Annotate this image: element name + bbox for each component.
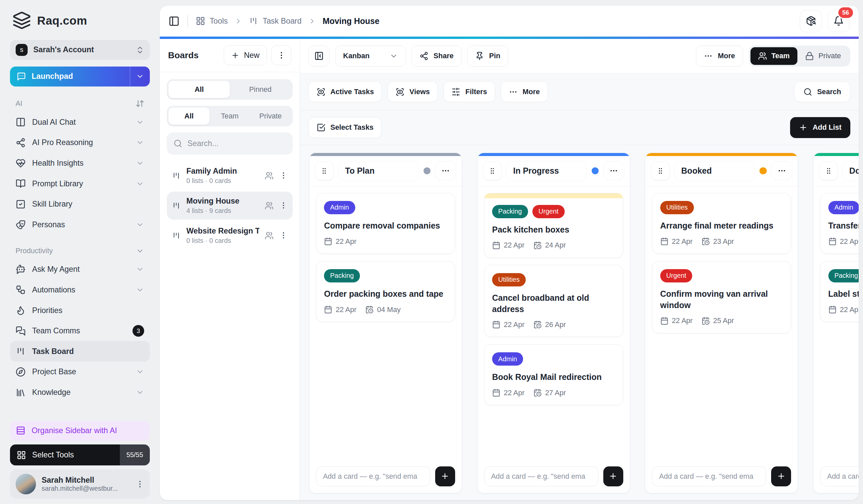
- sidebar-item-prompt-library[interactable]: Prompt Library: [10, 173, 150, 194]
- kebab-menu-icon[interactable]: [279, 231, 288, 240]
- column-accent: [645, 153, 798, 156]
- kebab-menu-icon[interactable]: [279, 171, 288, 180]
- tab-all[interactable]: All: [168, 81, 230, 98]
- filters-button[interactable]: Filters: [443, 81, 495, 102]
- column-title[interactable]: To Plan: [338, 161, 419, 181]
- column-menu-button[interactable]: [603, 161, 624, 180]
- breadcrumb-task-board[interactable]: Task Board: [249, 16, 301, 26]
- due-date: 26 Apr: [545, 320, 566, 329]
- boards-search-input[interactable]: [187, 139, 286, 148]
- more-button[interactable]: More: [696, 46, 743, 66]
- column-accent: [477, 153, 630, 156]
- sidebar-item-health-insights[interactable]: Health Insights: [10, 153, 150, 174]
- notifications-button[interactable]: 56: [828, 10, 850, 32]
- column-done: Done Admin Transfer c 22 Apr: [813, 153, 859, 493]
- board-name: Family Admin: [186, 167, 259, 176]
- grip-icon: [320, 167, 328, 175]
- add-list-button[interactable]: Add List: [790, 117, 850, 138]
- add-card-button[interactable]: [435, 466, 455, 486]
- task-card[interactable]: Admin Transfer c 22 Apr: [820, 193, 859, 254]
- segment-team[interactable]: Team: [750, 47, 798, 65]
- board-item-moving-house[interactable]: Moving House 4 lists · 9 cards: [167, 192, 292, 219]
- board-meta: 0 lists · 0 cards: [186, 177, 259, 185]
- column-title[interactable]: Done: [842, 161, 859, 181]
- add-card-button[interactable]: [603, 466, 623, 486]
- task-card[interactable]: Packing Order packing boxes and tape 22 …: [316, 261, 455, 322]
- task-card[interactable]: Packing Label stor 22 Apr: [820, 261, 859, 322]
- board-item-family-admin[interactable]: Family Admin 0 lists · 0 cards: [167, 162, 292, 189]
- share-button[interactable]: Share: [412, 46, 462, 66]
- tab-pinned[interactable]: Pinned: [230, 81, 291, 98]
- sidebar-item-skill-library[interactable]: Skill Library: [10, 194, 150, 215]
- views-button[interactable]: Views: [388, 81, 438, 102]
- tab-all[interactable]: All: [168, 107, 209, 125]
- add-card-input[interactable]: [484, 466, 598, 486]
- add-card-input[interactable]: [820, 466, 859, 486]
- productivity-section-header[interactable]: Productivity: [10, 242, 150, 259]
- sidebar-item-personas[interactable]: Personas: [10, 215, 150, 235]
- drag-handle[interactable]: [483, 161, 502, 180]
- user-profile[interactable]: Sarah Mitchell sarah.mitchell@westbur...: [10, 469, 150, 499]
- sidebar-item-knowledge[interactable]: Knowledge: [10, 382, 150, 403]
- board-item-website-redesign[interactable]: Website Redesign Ta... 0 lists · 0 cards: [167, 222, 292, 249]
- drag-handle[interactable]: [315, 161, 334, 180]
- task-card[interactable]: Urgent Confirm moving van arrival window…: [652, 261, 791, 333]
- launchpad-button[interactable]: Launchpad: [10, 66, 150, 87]
- tab-team[interactable]: Team: [210, 107, 250, 125]
- select-tasks-button[interactable]: Select Tasks: [308, 117, 382, 138]
- select-tools-button[interactable]: Select Tools 55/55: [10, 444, 150, 465]
- breadcrumb: Tools Task Board Moving House: [196, 16, 379, 26]
- start-date: 22 Apr: [504, 320, 525, 329]
- add-card-input[interactable]: [316, 466, 430, 486]
- sidebar-item-project-base[interactable]: Project Base: [10, 362, 150, 382]
- card-title: Pack kitchen boxes: [492, 224, 615, 235]
- column-menu-button[interactable]: [435, 161, 456, 180]
- task-card[interactable]: Admin Compare removal companies 22 Apr: [316, 193, 455, 254]
- sidebar-item-label: Ask My Agent: [32, 265, 129, 274]
- card-title: Label stor: [828, 288, 859, 300]
- segment-private[interactable]: Private: [797, 47, 849, 65]
- calendar-clock-icon: [534, 320, 542, 329]
- add-card-input[interactable]: [652, 466, 766, 486]
- sidebar-item-priorities[interactable]: Priorities: [10, 300, 150, 321]
- sidebar-item-dual-ai-chat[interactable]: Dual AI Chat: [10, 112, 150, 132]
- sidebar-item-team-comms[interactable]: Team Comms 3: [10, 321, 150, 341]
- new-board-button[interactable]: New: [224, 45, 267, 65]
- active-tasks-button[interactable]: Active Tasks: [308, 81, 382, 102]
- drag-handle[interactable]: [819, 161, 838, 180]
- sort-icon[interactable]: [136, 99, 145, 108]
- collapse-panel-button[interactable]: [308, 46, 329, 66]
- column-title[interactable]: In Progress: [506, 161, 587, 181]
- calendar-icon: [492, 241, 500, 249]
- package-search-button[interactable]: [800, 10, 822, 32]
- launchpad-expand-button[interactable]: [130, 66, 150, 87]
- add-card-button[interactable]: [771, 466, 791, 486]
- column-in-progress: In Progress Packing Urgent: [477, 153, 630, 493]
- task-card[interactable]: Admin Book Royal Mail redirection 22 Apr…: [484, 344, 623, 405]
- kebab-menu-icon[interactable]: [136, 480, 145, 489]
- kebab-menu-icon[interactable]: [279, 201, 288, 210]
- sidebar-item-task-board[interactable]: Task Board: [10, 341, 150, 362]
- calendar-clock-icon: [534, 389, 542, 397]
- boards-search[interactable]: [167, 132, 292, 155]
- column-title[interactable]: Booked: [674, 161, 755, 181]
- sidebar-item-ai-pro-reasoning[interactable]: AI Pro Reasoning: [10, 132, 150, 153]
- column-menu-button[interactable]: [771, 161, 792, 180]
- sidebar-toggle-button[interactable]: [168, 16, 179, 27]
- column-footer: [309, 461, 462, 493]
- breadcrumb-tools[interactable]: Tools: [196, 16, 228, 26]
- drag-handle[interactable]: [651, 161, 670, 180]
- sidebar-item-ask-my-agent[interactable]: Ask My Agent: [10, 259, 150, 280]
- task-card[interactable]: Utilities Cancel broadband at old addres…: [484, 265, 623, 337]
- organise-sidebar-button[interactable]: Organise Sidebar with AI: [10, 421, 150, 441]
- pin-button[interactable]: Pin: [467, 46, 509, 66]
- boards-menu-button[interactable]: [271, 45, 291, 65]
- account-switcher[interactable]: s Sarah's Account: [10, 40, 150, 60]
- view-select[interactable]: Kanban: [335, 46, 406, 66]
- search-button[interactable]: Search: [794, 81, 850, 102]
- task-card[interactable]: Utilities Arrange final meter readings 2…: [652, 193, 791, 254]
- sidebar-item-automations[interactable]: Automations: [10, 280, 150, 300]
- task-card[interactable]: Packing Urgent Pack kitchen boxes 22 Apr…: [484, 193, 623, 258]
- tab-private[interactable]: Private: [250, 107, 291, 125]
- filter-more-button[interactable]: More: [501, 81, 548, 102]
